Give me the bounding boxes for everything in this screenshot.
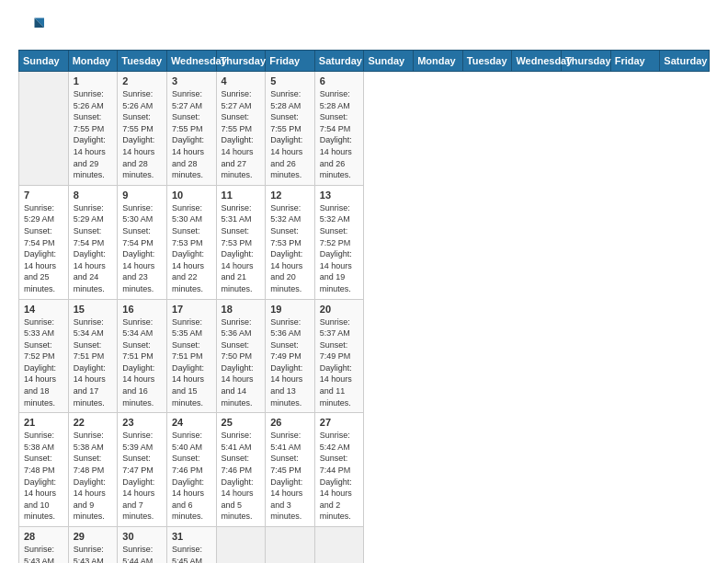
calendar-cell: 13 Sunrise: 5:32 AMSunset: 7:52 PMDaylig… xyxy=(314,185,364,299)
calendar-cell: 24 Sunrise: 5:40 AMSunset: 7:46 PMDaylig… xyxy=(166,413,216,527)
calendar-cell: 7 Sunrise: 5:29 AMSunset: 7:54 PMDayligh… xyxy=(19,185,69,299)
day-number: 19 xyxy=(270,304,310,315)
calendar-cell: 25 Sunrise: 5:41 AMSunset: 7:46 PMDaylig… xyxy=(216,413,266,527)
cell-content: Sunrise: 5:41 AMSunset: 7:45 PMDaylight:… xyxy=(270,430,310,523)
cell-content: Sunrise: 5:45 AMSunset: 7:41 PMDaylight:… xyxy=(172,544,211,563)
calendar-cell: 5 Sunrise: 5:28 AMSunset: 7:55 PMDayligh… xyxy=(266,72,315,186)
calendar-cell: 15 Sunrise: 5:34 AMSunset: 7:51 PMDaylig… xyxy=(68,299,118,413)
cell-content: Sunrise: 5:29 AMSunset: 7:54 PMDaylight:… xyxy=(74,202,113,295)
logo xyxy=(18,15,48,40)
day-header-saturday: Saturday xyxy=(660,51,710,72)
cell-content: Sunrise: 5:34 AMSunset: 7:51 PMDaylight:… xyxy=(122,316,162,409)
logo-icon xyxy=(18,15,44,40)
calendar-cell: 10 Sunrise: 5:30 AMSunset: 7:53 PMDaylig… xyxy=(166,185,216,299)
day-number: 6 xyxy=(320,75,359,86)
cell-content: Sunrise: 5:39 AMSunset: 7:47 PMDaylight:… xyxy=(122,430,162,523)
day-header-sunday: Sunday xyxy=(364,51,414,72)
day-header-wednesday: Wednesday xyxy=(512,51,562,72)
day-number: 3 xyxy=(172,75,211,86)
cell-content: Sunrise: 5:42 AMSunset: 7:44 PMDaylight:… xyxy=(320,430,359,523)
day-number: 5 xyxy=(270,75,310,86)
day-header-friday: Friday xyxy=(266,51,315,72)
day-number: 18 xyxy=(222,304,261,315)
calendar-cell: 14 Sunrise: 5:33 AMSunset: 7:52 PMDaylig… xyxy=(19,299,69,413)
calendar-cell: 21 Sunrise: 5:38 AMSunset: 7:48 PMDaylig… xyxy=(19,413,69,527)
day-number: 25 xyxy=(222,417,261,428)
calendar-cell: 22 Sunrise: 5:38 AMSunset: 7:48 PMDaylig… xyxy=(68,413,118,527)
day-number: 17 xyxy=(172,304,211,315)
calendar-cell: 17 Sunrise: 5:35 AMSunset: 7:51 PMDaylig… xyxy=(166,299,216,413)
cell-content: Sunrise: 5:34 AMSunset: 7:51 PMDaylight:… xyxy=(74,316,113,409)
calendar-cell xyxy=(266,527,315,564)
cell-content: Sunrise: 5:28 AMSunset: 7:54 PMDaylight:… xyxy=(320,88,359,181)
day-header-friday: Friday xyxy=(610,51,660,72)
calendar-cell xyxy=(216,527,266,564)
cell-content: Sunrise: 5:26 AMSunset: 7:55 PMDaylight:… xyxy=(122,88,162,181)
cell-content: Sunrise: 5:38 AMSunset: 7:48 PMDaylight:… xyxy=(74,430,113,523)
cell-content: Sunrise: 5:44 AMSunset: 7:42 PMDaylight:… xyxy=(122,544,162,563)
day-header-thursday: Thursday xyxy=(216,51,266,72)
cell-content: Sunrise: 5:26 AMSunset: 7:55 PMDaylight:… xyxy=(74,88,113,181)
day-number: 21 xyxy=(24,417,63,428)
calendar-cell: 29 Sunrise: 5:43 AMSunset: 7:43 PMDaylig… xyxy=(68,527,118,564)
cell-content: Sunrise: 5:33 AMSunset: 7:52 PMDaylight:… xyxy=(24,316,63,409)
cell-content: Sunrise: 5:30 AMSunset: 7:54 PMDaylight:… xyxy=(122,202,162,295)
cell-content: Sunrise: 5:27 AMSunset: 7:55 PMDaylight:… xyxy=(172,88,211,181)
day-number: 13 xyxy=(320,190,359,201)
day-number: 7 xyxy=(24,190,63,201)
cell-content: Sunrise: 5:32 AMSunset: 7:53 PMDaylight:… xyxy=(270,202,310,295)
day-header-tuesday: Tuesday xyxy=(462,51,512,72)
day-number: 16 xyxy=(122,304,162,315)
day-header-thursday: Thursday xyxy=(562,51,611,72)
day-number: 9 xyxy=(122,190,162,201)
calendar-cell: 23 Sunrise: 5:39 AMSunset: 7:47 PMDaylig… xyxy=(118,413,167,527)
day-header-tuesday: Tuesday xyxy=(118,51,167,72)
calendar-cell: 26 Sunrise: 5:41 AMSunset: 7:45 PMDaylig… xyxy=(266,413,315,527)
calendar-week-4: 21 Sunrise: 5:38 AMSunset: 7:48 PMDaylig… xyxy=(19,413,710,527)
cell-content: Sunrise: 5:29 AMSunset: 7:54 PMDaylight:… xyxy=(24,202,63,295)
day-header-monday: Monday xyxy=(414,51,463,72)
calendar-cell: 31 Sunrise: 5:45 AMSunset: 7:41 PMDaylig… xyxy=(166,527,216,564)
cell-content: Sunrise: 5:35 AMSunset: 7:51 PMDaylight:… xyxy=(172,316,211,409)
cell-content: Sunrise: 5:30 AMSunset: 7:53 PMDaylight:… xyxy=(172,202,211,295)
calendar-cell: 9 Sunrise: 5:30 AMSunset: 7:54 PMDayligh… xyxy=(118,185,167,299)
day-number: 29 xyxy=(74,531,113,542)
cell-content: Sunrise: 5:31 AMSunset: 7:53 PMDaylight:… xyxy=(222,202,261,295)
calendar-cell: 8 Sunrise: 5:29 AMSunset: 7:54 PMDayligh… xyxy=(68,185,118,299)
cell-content: Sunrise: 5:43 AMSunset: 7:43 PMDaylight:… xyxy=(24,544,63,563)
calendar-header-row: SundayMondayTuesdayWednesdayThursdayFrid… xyxy=(19,51,710,72)
cell-content: Sunrise: 5:36 AMSunset: 7:49 PMDaylight:… xyxy=(270,316,310,409)
calendar-week-5: 28 Sunrise: 5:43 AMSunset: 7:43 PMDaylig… xyxy=(19,527,710,564)
calendar-cell: 3 Sunrise: 5:27 AMSunset: 7:55 PMDayligh… xyxy=(166,72,216,186)
calendar-cell: 1 Sunrise: 5:26 AMSunset: 7:55 PMDayligh… xyxy=(68,72,118,186)
day-number: 23 xyxy=(122,417,162,428)
cell-content: Sunrise: 5:28 AMSunset: 7:55 PMDaylight:… xyxy=(270,88,310,181)
day-number: 10 xyxy=(172,190,211,201)
calendar-cell: 18 Sunrise: 5:36 AMSunset: 7:50 PMDaylig… xyxy=(216,299,266,413)
calendar-cell: 30 Sunrise: 5:44 AMSunset: 7:42 PMDaylig… xyxy=(118,527,167,564)
cell-content: Sunrise: 5:27 AMSunset: 7:55 PMDaylight:… xyxy=(222,88,261,181)
cell-content: Sunrise: 5:38 AMSunset: 7:48 PMDaylight:… xyxy=(24,430,63,523)
calendar-cell xyxy=(314,527,364,564)
calendar-cell: 6 Sunrise: 5:28 AMSunset: 7:54 PMDayligh… xyxy=(314,72,364,186)
calendar-cell: 4 Sunrise: 5:27 AMSunset: 7:55 PMDayligh… xyxy=(216,72,266,186)
cell-content: Sunrise: 5:40 AMSunset: 7:46 PMDaylight:… xyxy=(172,430,211,523)
cell-content: Sunrise: 5:36 AMSunset: 7:50 PMDaylight:… xyxy=(222,316,261,409)
day-number: 11 xyxy=(222,190,261,201)
calendar-cell: 16 Sunrise: 5:34 AMSunset: 7:51 PMDaylig… xyxy=(118,299,167,413)
day-number: 12 xyxy=(270,190,310,201)
calendar-cell: 2 Sunrise: 5:26 AMSunset: 7:55 PMDayligh… xyxy=(118,72,167,186)
day-header-sunday: Sunday xyxy=(19,51,69,72)
day-number: 28 xyxy=(24,531,63,542)
day-header-wednesday: Wednesday xyxy=(166,51,216,72)
day-number: 20 xyxy=(320,304,359,315)
main-container: SundayMondayTuesdayWednesdayThursdayFrid… xyxy=(0,0,728,563)
calendar-cell: 12 Sunrise: 5:32 AMSunset: 7:53 PMDaylig… xyxy=(266,185,315,299)
day-number: 2 xyxy=(122,75,162,86)
day-number: 15 xyxy=(74,304,113,315)
day-number: 27 xyxy=(320,417,359,428)
page-header xyxy=(18,15,710,40)
calendar-week-3: 14 Sunrise: 5:33 AMSunset: 7:52 PMDaylig… xyxy=(19,299,710,413)
cell-content: Sunrise: 5:43 AMSunset: 7:43 PMDaylight:… xyxy=(74,544,113,563)
calendar-cell: 20 Sunrise: 5:37 AMSunset: 7:49 PMDaylig… xyxy=(314,299,364,413)
